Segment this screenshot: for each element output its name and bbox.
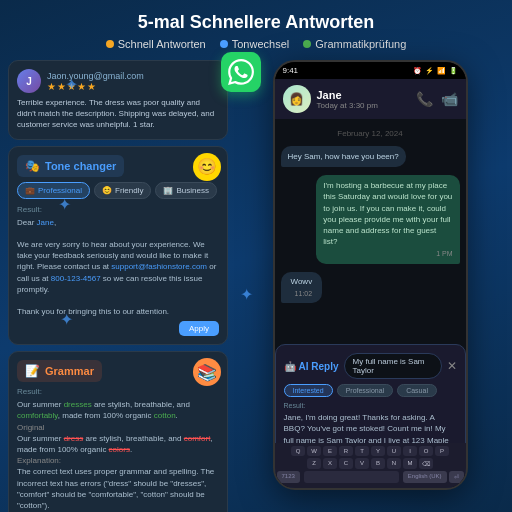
message-time-2: 11:02: [291, 289, 313, 299]
kb-row-2: Z X C V B N M ⌫: [277, 458, 464, 469]
phone-call-icon[interactable]: 📞: [416, 91, 433, 107]
casual-label: Casual: [406, 387, 428, 394]
professional-icon: 💼: [25, 186, 35, 195]
professional-label: Professional: [38, 186, 82, 195]
ai-reply-title: 🤖 AI Reply: [284, 361, 339, 372]
keyboard: Q W E R T Y U I O P Z X C V B N: [275, 443, 466, 488]
grammar-emoji: 📚: [193, 358, 221, 386]
tone-changer-card: 🎭 Tone changer 😊 💼 Professional 😊 Friend…: [8, 146, 228, 346]
sparkle-2: ✦: [58, 195, 71, 214]
right-panel: 9:41 ⏰ ⚡ 📶 🔋 👩 Jane Today at 3:30 pm 📞 📹: [236, 60, 504, 502]
ai-tone-professional[interactable]: Professional: [337, 384, 394, 397]
message-received-1: Hey Sam, how have you been?: [281, 146, 406, 167]
ai-tone-interested[interactable]: Interested: [284, 384, 333, 397]
key-n[interactable]: N: [387, 458, 401, 469]
professional-ai-label: Professional: [346, 387, 385, 394]
chat-time: Today at 3:30 pm: [317, 101, 378, 110]
key-e[interactable]: E: [323, 446, 337, 456]
message-received-2: Wowv 11:02: [281, 272, 323, 303]
phone-status-bar: 9:41 ⏰ ⚡ 📶 🔋: [275, 62, 466, 79]
tone-emoji: 😊: [193, 153, 221, 181]
key-q[interactable]: Q: [291, 446, 305, 456]
key-space[interactable]: [304, 471, 399, 483]
badge-grammar-label: Grammatikprüfung: [315, 38, 406, 50]
message-time-1: 1 PM: [323, 249, 452, 259]
key-enter[interactable]: ⏎: [449, 471, 464, 483]
chat-actions: 📞 📹: [416, 91, 458, 107]
key-r[interactable]: R: [339, 446, 353, 456]
ai-input-value: My full name is Sam Taylor: [353, 357, 425, 375]
grammar-title: Grammar: [45, 365, 94, 377]
ai-result-label: Result:: [284, 402, 457, 409]
dot-blue: [220, 40, 228, 48]
tone-title: Tone changer: [45, 160, 116, 172]
sparkle-1: ✦: [65, 75, 78, 94]
reviewer-email: Jaon.young@gmail.com: [47, 71, 144, 81]
tone-professional-btn[interactable]: 💼 Professional: [17, 182, 90, 199]
key-v[interactable]: V: [355, 458, 369, 469]
key-u[interactable]: U: [387, 446, 401, 456]
phone-frame: 9:41 ⏰ ⚡ 📶 🔋 👩 Jane Today at 3:30 pm 📞 📹: [273, 60, 468, 490]
status-icons: ⏰ ⚡ 📶 🔋: [413, 67, 458, 75]
ai-reply-header: 🤖 AI Reply My full name is Sam Taylor ✕: [284, 353, 457, 379]
tone-business-btn[interactable]: 🏢 Business: [155, 182, 216, 199]
review-stars: ★★★★★: [47, 81, 144, 92]
grammar-icon: 📝: [25, 364, 40, 378]
business-label: Business: [176, 186, 208, 195]
key-w[interactable]: W: [307, 446, 321, 456]
grammar-title-bar: 📝 Grammar: [17, 360, 102, 382]
badge-grammar: Grammatikprüfung: [303, 38, 406, 50]
messages-list: February 12, 2024 Hey Sam, how have you …: [281, 125, 460, 307]
key-numbers[interactable]: 7123: [277, 471, 300, 483]
key-c[interactable]: C: [339, 458, 353, 469]
badge-ton-label: Tonwechsel: [232, 38, 289, 50]
review-header: J Jaon.young@gmail.com ★★★★★: [17, 69, 219, 93]
wifi-icon: 📶: [437, 67, 446, 75]
grammar-card: 📝 Grammar 📚 Result: Our summer dresses a…: [8, 351, 228, 512]
friendly-icon: 😊: [102, 186, 112, 195]
badge-schnell: Schnell Antworten: [106, 38, 206, 50]
key-y[interactable]: Y: [371, 446, 385, 456]
key-i[interactable]: I: [403, 446, 417, 456]
kb-row-1: Q W E R T Y U I O P: [277, 446, 464, 456]
grammar-result-text: Our summer dresses are stylish, breathab…: [17, 399, 219, 511]
key-lang[interactable]: English (UK): [403, 471, 447, 483]
review-text: Terrible experience. The dress was poor …: [17, 97, 219, 131]
key-t[interactable]: T: [355, 446, 369, 456]
video-call-icon[interactable]: 📹: [441, 91, 458, 107]
reviewer-avatar: J: [17, 69, 41, 93]
phone-time: 9:41: [283, 66, 299, 75]
key-b[interactable]: B: [371, 458, 385, 469]
sparkle-3: ✦: [60, 310, 73, 329]
ai-input-field[interactable]: My full name is Sam Taylor: [344, 353, 442, 379]
tone-title-bar: 🎭 Tone changer: [17, 155, 124, 177]
tone-result-label: Result:: [17, 205, 219, 214]
ai-close-button[interactable]: ✕: [447, 359, 457, 373]
ai-reply-label: AI Reply: [299, 361, 339, 372]
message-text-2: I'm hosting a barbecue at my place this …: [323, 181, 452, 246]
ai-tone-pills: Interested Professional Casual: [284, 384, 457, 397]
grammar-result-label: Result:: [17, 387, 219, 396]
kb-row-3: 7123 English (UK) ⏎: [277, 471, 464, 483]
bluetooth-icon: ⚡: [425, 67, 434, 75]
tone-result-text: Dear Jane, We are very sorry to hear abo…: [17, 217, 219, 318]
key-backspace[interactable]: ⌫: [419, 458, 433, 469]
battery-icon: 🔋: [449, 67, 458, 75]
key-x[interactable]: X: [323, 458, 337, 469]
key-o[interactable]: O: [419, 446, 433, 456]
review-card: J Jaon.young@gmail.com ★★★★★ Terrible ex…: [8, 60, 228, 140]
friendly-label: Friendly: [115, 186, 143, 195]
chat-header: 👩 Jane Today at 3:30 pm 📞 📹: [275, 79, 466, 119]
header: 5-mal Schnellere Antworten Schnell Antwo…: [0, 0, 512, 56]
tone-apply-button[interactable]: Apply: [179, 321, 219, 336]
dot-orange: [106, 40, 114, 48]
chat-name: Jane: [317, 89, 378, 101]
ai-tone-casual[interactable]: Casual: [397, 384, 437, 397]
tone-friendly-btn[interactable]: 😊 Friendly: [94, 182, 151, 199]
key-m[interactable]: M: [403, 458, 417, 469]
key-p[interactable]: P: [435, 446, 449, 456]
badge-schnell-label: Schnell Antworten: [118, 38, 206, 50]
key-z[interactable]: Z: [307, 458, 321, 469]
dot-green: [303, 40, 311, 48]
main-content: J Jaon.young@gmail.com ★★★★★ Terrible ex…: [0, 56, 512, 506]
